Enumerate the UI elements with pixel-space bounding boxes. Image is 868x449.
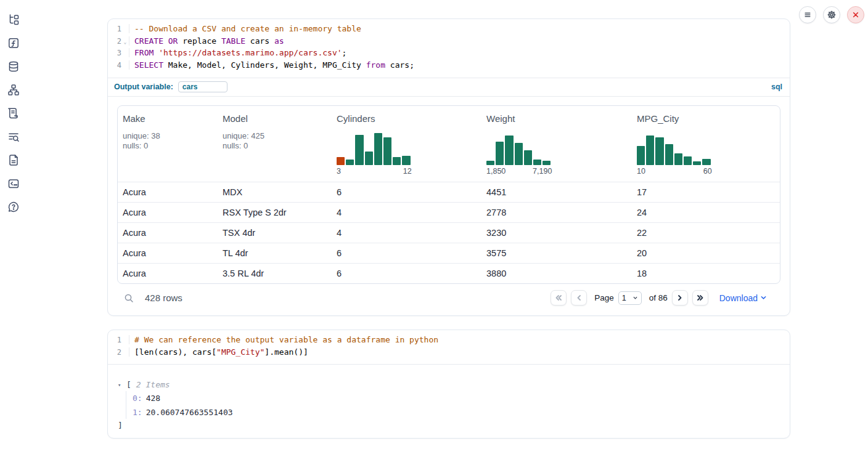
code-token: from: [366, 60, 385, 70]
table-cell: 22: [632, 223, 780, 243]
first-page-button[interactable]: [551, 290, 567, 305]
code-token: SELECT: [134, 60, 163, 70]
database-icon: [7, 60, 20, 73]
tree-entry-key: 0:: [133, 394, 142, 403]
stat-line: nulls: 0: [223, 141, 327, 152]
code-token: # We can reference the output variable a…: [134, 335, 438, 344]
next-page-button[interactable]: [672, 290, 688, 305]
last-page-button[interactable]: [692, 290, 708, 305]
sidebar-button-list-search[interactable]: [7, 130, 20, 144]
histogram-bar: [542, 161, 551, 165]
histogram-bars: [637, 132, 775, 165]
language-tag[interactable]: sql: [771, 83, 782, 91]
table-cell: 6: [332, 264, 481, 283]
axis-max-label: 12: [403, 167, 412, 176]
previous-page-button[interactable]: [571, 290, 587, 305]
code-token: OR: [168, 36, 178, 46]
file-tree-icon: [7, 14, 20, 26]
code-token: 'https://datasets.marimo.app/cars.csv': [158, 48, 342, 57]
document-icon: [7, 154, 20, 166]
chevrons-left-icon: [554, 294, 563, 302]
pagination-controls: Page 1 of 86: [551, 290, 708, 305]
table-cell: 17: [632, 182, 780, 202]
close-button[interactable]: [847, 6, 864, 23]
column-name: MPG_City: [637, 113, 775, 124]
code-token: CREATE: [134, 36, 163, 46]
code-token: -- Download a CSV and create an in-memor…: [134, 24, 361, 33]
column-header-mpg_city[interactable]: MPG_City1060: [632, 106, 780, 182]
code-token: cars;: [385, 60, 414, 70]
column-header-weight[interactable]: Weight1,8507,190: [481, 106, 632, 182]
table-cell: 4451: [481, 182, 632, 202]
line-number: 1: [108, 25, 121, 33]
histogram-bar: [346, 160, 354, 165]
table-row[interactable]: AcuraTL 4dr6357520: [118, 243, 780, 263]
menu-button[interactable]: [799, 6, 816, 23]
column-header-model[interactable]: Modelunique: 425nulls: 0: [218, 106, 332, 182]
histogram-bar: [533, 160, 541, 165]
python-cell: 1# We can reference the output variable …: [107, 330, 790, 439]
sidebar-button-help[interactable]: [7, 200, 20, 214]
column-histogram: 312: [337, 132, 477, 176]
sidebar-button-document[interactable]: [7, 153, 20, 167]
histogram-bar: [337, 157, 345, 165]
table-row[interactable]: Acura3.5 RL 4dr6388018: [118, 263, 780, 283]
sql-cell-output: Makeunique: 38nulls: 0Modelunique: 425nu…: [108, 97, 790, 312]
tree-entry: 0:428: [133, 391, 781, 405]
code-token: FROM: [134, 48, 154, 57]
column-header-cylinders[interactable]: Cylinders312: [332, 106, 481, 182]
table-row[interactable]: AcuraTSX 4dr4323022: [118, 222, 780, 243]
code-content: CREATE OR replace TABLE cars as: [129, 36, 284, 46]
sidebar-button-function[interactable]: [7, 36, 20, 50]
line-number: 2: [108, 37, 121, 46]
python-cell-output: ▾ [ 2 Items 0:4281:20.060747663551403 ]: [108, 365, 790, 437]
sidebar-button-database[interactable]: [7, 60, 20, 73]
search-icon: [124, 293, 134, 303]
sidebar-button-dependency-graph[interactable]: [7, 83, 20, 97]
column-name: Cylinders: [337, 113, 477, 124]
code-token: ].mean()]: [264, 347, 308, 357]
axis-max-label: 60: [703, 167, 712, 176]
chevron-down-icon: [760, 295, 767, 301]
download-button[interactable]: Download: [719, 293, 767, 303]
chevrons-right-icon: [696, 294, 705, 302]
line-gutter: 2⌄: [108, 37, 129, 46]
chevron-right-icon: [676, 294, 684, 302]
table-row[interactable]: AcuraMDX6445117: [118, 182, 780, 202]
column-stats: unique: 425nulls: 0: [223, 131, 327, 152]
notebook-top-controls: [799, 6, 864, 23]
line-number: 2: [108, 348, 121, 357]
sql-cell-editor[interactable]: 1-- Download a CSV and create an in-memo…: [108, 19, 790, 78]
fold-caret-icon[interactable]: ⌄: [121, 40, 129, 45]
table-cell: 4: [332, 223, 481, 243]
sidebar-button-scroll[interactable]: [7, 107, 20, 120]
table-cell: RSX Type S 2dr: [218, 203, 332, 222]
dependency-graph-icon: [7, 84, 20, 96]
table-row[interactable]: AcuraRSX Type S 2dr4277824: [118, 202, 780, 222]
output-variable-strip: Output variable: sql: [108, 78, 790, 96]
histogram-bars: [486, 132, 627, 165]
histogram-axis: 312: [337, 167, 412, 176]
line-gutter: 4: [108, 61, 129, 70]
histogram-bar: [365, 152, 373, 165]
histogram-bars: [337, 132, 477, 165]
sidebar-button-file-tree[interactable]: [7, 13, 20, 26]
histogram-bar: [374, 133, 382, 165]
histogram-bar: [637, 146, 645, 165]
histogram-bar: [505, 136, 513, 165]
sidebar-button-snippets[interactable]: [7, 177, 20, 190]
page-number-select[interactable]: 1: [618, 291, 642, 305]
python-cell-editor[interactable]: 1# We can reference the output variable …: [108, 330, 790, 364]
histogram-bar: [674, 153, 682, 165]
open-bracket: [: [126, 380, 131, 389]
output-variable-input[interactable]: [178, 81, 227, 92]
collapse-caret-icon[interactable]: ▾: [118, 382, 125, 388]
settings-button[interactable]: [823, 6, 840, 23]
table-search-button[interactable]: [122, 291, 136, 305]
help-icon: [7, 201, 20, 213]
column-header-make[interactable]: Makeunique: 38nulls: 0: [118, 106, 218, 182]
axis-min-label: 1,850: [486, 167, 506, 176]
code-token: [len(cars), cars[: [134, 347, 216, 357]
code-token: TABLE: [221, 36, 245, 46]
histogram-bar: [693, 161, 701, 165]
